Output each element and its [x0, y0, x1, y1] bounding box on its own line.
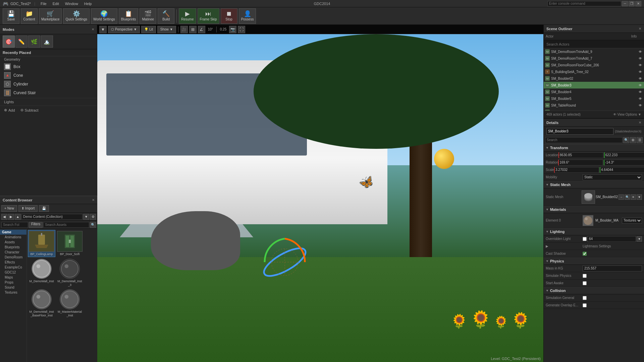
modes-close[interactable]: ✕ — [92, 27, 94, 31]
tree-demoroom[interactable]: DemoRoom — [0, 255, 26, 260]
close-button[interactable]: ✕ — [635, 1, 641, 6]
physics-section-header[interactable]: ▼ Physics — [544, 257, 644, 265]
tree-effects[interactable]: Effects — [0, 260, 26, 265]
details-close[interactable]: ✕ — [639, 121, 641, 124]
nav-up-button[interactable]: ▲ — [15, 214, 21, 220]
details-search-input[interactable] — [545, 137, 623, 143]
so-item-boulder2[interactable]: M SM_Boulder02 👁 — [544, 75, 644, 82]
cb-close[interactable]: ✕ — [92, 198, 95, 202]
minimize-button[interactable]: ─ — [622, 1, 628, 6]
blueprints-button[interactable]: 📋 Blueprints — [119, 8, 138, 24]
location-x-input[interactable] — [558, 152, 603, 158]
angle-button[interactable]: ∠ — [198, 26, 205, 33]
new-button[interactable]: + New — [1, 205, 17, 212]
mesh-more-button[interactable]: ▼ — [637, 194, 642, 200]
placed-cylinder[interactable]: ⬡ Cylinder — [0, 80, 97, 88]
stop-button[interactable]: ⏹ Stop — [221, 8, 237, 24]
viewport-options-button[interactable]: ▼ — [99, 26, 107, 33]
details-grid-icon[interactable]: ⊞ — [630, 137, 636, 143]
so-item-trim7[interactable]: M SM_DemoRoomTrimAdd_7 👁 — [544, 55, 644, 62]
menu-file[interactable]: File — [39, 2, 49, 6]
nav-forward-button[interactable]: ▶ — [8, 214, 14, 220]
lightmass-settings-row[interactable]: ▶ Lightmass Settings — [544, 243, 644, 250]
marketplace-button[interactable]: 🛒 Marketplace — [39, 8, 62, 24]
details-name-input[interactable] — [546, 128, 613, 135]
tree-blueprints[interactable]: Blueprints — [0, 245, 26, 250]
overridden-light-dropdown-btn[interactable]: ▼ — [637, 236, 642, 242]
search-folder-input[interactable] — [1, 222, 28, 228]
so-item-boulder3[interactable]: M SM_Boulder3 👁 — [544, 82, 644, 88]
tree-animations[interactable]: Animations — [0, 235, 26, 240]
so-eye-trim9[interactable]: 👁 — [638, 49, 643, 54]
placement-mode-btn[interactable]: 🎯 — [3, 36, 15, 48]
rotation-x-input[interactable] — [558, 160, 603, 166]
so-item-boulder5[interactable]: M SM_Boulder5 👁 — [544, 95, 644, 102]
resume-button[interactable]: ▶ Resume — [179, 8, 196, 24]
asset-m-demowall-basefloor[interactable]: M_DemoWall_Inst_BaseFloor_Inst — [28, 289, 55, 318]
transform-section-header[interactable]: ▼ Transform — [544, 144, 644, 152]
asset-m-master-material[interactable]: M_MasterMaterial_Inst — [56, 289, 83, 318]
matinee-button[interactable]: 🎬 Matinee — [140, 8, 156, 24]
viewport[interactable]: ▼ ⬡ Perspective ▼ 💡 Lit Show ▼ 🎥 ⊞ ∠ 10°… — [97, 25, 543, 362]
foliage-mode-btn[interactable]: 🏔️ — [41, 36, 53, 48]
generate-overlap-checkbox[interactable] — [583, 303, 587, 307]
so-eye-floorcube[interactable]: 👁 — [638, 63, 643, 67]
add-button[interactable]: ⊕ Add — [4, 108, 15, 112]
restore-button[interactable]: ❐ — [629, 1, 635, 6]
tree-maps[interactable]: Maps — [0, 275, 26, 280]
mobility-dropdown[interactable]: Static Stationary Movable — [583, 174, 642, 180]
viewport-content[interactable]: 🦋 🌻 🌻 🌻 🌻 — [97, 34, 543, 362]
search-assets-input[interactable] — [43, 222, 89, 228]
path-expand-button[interactable]: ▼ — [83, 214, 89, 220]
category-lights[interactable]: Lights — [0, 99, 97, 105]
quick-settings-button[interactable]: ⚙️ Quick Settings — [63, 8, 89, 24]
so-item-floorcube[interactable]: M SM_DemoRoomFloorCube_206 👁 — [544, 62, 644, 68]
mass-input[interactable] — [583, 265, 642, 272]
simulation-generates-checkbox[interactable] — [583, 296, 587, 300]
so-eye-boulder5[interactable]: 👁 — [638, 96, 643, 101]
lit-button[interactable]: 💡 Lit — [141, 26, 156, 33]
tree-sound[interactable]: Sound — [0, 285, 26, 290]
import-button[interactable]: ⬆ Import — [18, 205, 38, 212]
mesh-clear-button[interactable]: ✕ — [631, 194, 636, 200]
so-eye-trim7[interactable]: 👁 — [638, 56, 643, 61]
asset-m-demowall-inst-3[interactable]: M_DemoWall_Inst_3 — [56, 258, 83, 288]
placed-curved-stair[interactable]: 🪜 Curved Stair — [0, 88, 97, 97]
mesh-find-button[interactable]: 🔍 — [625, 194, 630, 200]
transform-gizmo[interactable] — [258, 235, 312, 290]
asset-bp-door-scifi[interactable]: BP_Door_Scifi — [56, 230, 83, 257]
tree-textures[interactable]: Textures — [0, 290, 26, 295]
camera-speed-button[interactable]: 🎥 — [180, 26, 188, 33]
so-eye-boulder4[interactable]: 👁 — [638, 89, 643, 94]
mesh-browse-button[interactable]: → — [619, 194, 624, 200]
so-search-input[interactable] — [544, 40, 644, 48]
tree-props[interactable]: Props — [0, 280, 26, 285]
tree-game[interactable]: Game — [0, 230, 26, 235]
menu-edit[interactable]: Edit — [51, 2, 61, 6]
tree-character[interactable]: Character — [0, 250, 26, 255]
console-input[interactable] — [547, 1, 621, 6]
start-awake-checkbox[interactable] — [583, 281, 587, 285]
nav-back-button[interactable]: ◀ — [1, 214, 7, 220]
path-options-button[interactable]: ⚙ — [90, 214, 96, 220]
world-settings-button[interactable]: 🌍 World Settings — [91, 8, 117, 24]
scale-y-input[interactable] — [600, 167, 644, 173]
so-view-options-button[interactable]: 👁 View Options ▼ — [613, 113, 641, 116]
so-close[interactable]: ✕ — [639, 27, 641, 31]
rotation-y-input[interactable] — [604, 160, 644, 166]
tree-exampleco[interactable]: ExampleCo — [0, 265, 26, 270]
grid-button[interactable]: ⊞ — [189, 26, 197, 33]
camera-icon-button[interactable]: 📷 — [229, 26, 236, 33]
material-type-dropdown[interactable]: Textures — [622, 218, 642, 224]
simulate-physics-checkbox[interactable] — [583, 274, 587, 278]
tree-assets[interactable]: Assets — [0, 240, 26, 245]
so-item-tableround[interactable]: M SM_TableRound 👁 — [544, 102, 644, 109]
build-button[interactable]: 🔨 Build — [158, 8, 174, 24]
overridden-light-input[interactable] — [587, 236, 636, 242]
maximize-button[interactable]: ⛶ — [238, 26, 245, 33]
cast-shadow-checkbox[interactable] — [583, 252, 587, 256]
menu-window[interactable]: Window — [63, 2, 80, 6]
so-eye-boulder3[interactable]: 👁 — [638, 83, 643, 87]
asset-m-demowall-inst[interactable]: M_DemoWall_Inst — [28, 258, 55, 288]
asset-bp-ceiling-lamp[interactable]: BP_CeilingLamp — [28, 230, 55, 257]
